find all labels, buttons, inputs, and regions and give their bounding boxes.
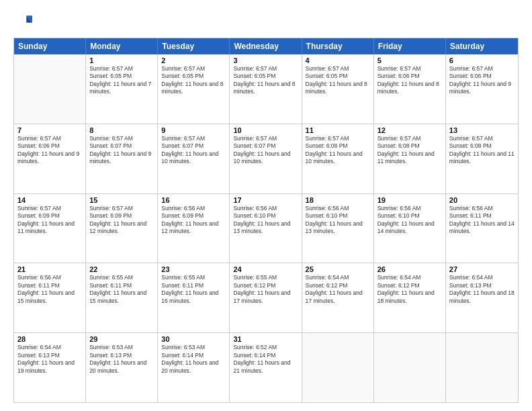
header-day-saturday: Saturday	[446, 38, 518, 54]
calendar-cell: 4Sunrise: 6:57 AM Sunset: 6:05 PM Daylig…	[302, 54, 374, 124]
day-number: 30	[161, 335, 226, 343]
calendar-cell: 14Sunrise: 6:57 AM Sunset: 6:09 PM Dayli…	[14, 194, 86, 263]
day-number: 31	[233, 335, 298, 343]
day-number: 3	[233, 56, 298, 64]
calendar-cell: 24Sunrise: 6:55 AM Sunset: 6:12 PM Dayli…	[230, 263, 302, 332]
day-number: 14	[17, 196, 82, 204]
cell-info: Sunrise: 6:56 AM Sunset: 6:10 PM Dayligh…	[233, 205, 298, 236]
calendar-cell: 27Sunrise: 6:54 AM Sunset: 6:13 PM Dayli…	[446, 263, 518, 332]
calendar-cell: 25Sunrise: 6:54 AM Sunset: 6:12 PM Dayli…	[302, 263, 374, 332]
cell-info: Sunrise: 6:57 AM Sunset: 6:06 PM Dayligh…	[378, 65, 442, 96]
calendar-cell: 17Sunrise: 6:56 AM Sunset: 6:10 PM Dayli…	[230, 194, 302, 263]
day-number: 19	[378, 196, 442, 204]
cell-info: Sunrise: 6:56 AM Sunset: 6:11 PM Dayligh…	[449, 205, 515, 236]
calendar-week-2: 7Sunrise: 6:57 AM Sunset: 6:06 PM Daylig…	[14, 124, 518, 193]
calendar-cell: 3Sunrise: 6:57 AM Sunset: 6:05 PM Daylig…	[230, 54, 302, 124]
day-number: 24	[233, 265, 298, 273]
calendar-cell: 11Sunrise: 6:57 AM Sunset: 6:08 PM Dayli…	[302, 124, 374, 193]
day-number: 22	[89, 265, 154, 273]
cell-info: Sunrise: 6:57 AM Sunset: 6:06 PM Dayligh…	[17, 135, 82, 166]
day-number: 10	[233, 126, 298, 134]
cell-info: Sunrise: 6:57 AM Sunset: 6:05 PM Dayligh…	[89, 65, 154, 96]
header-day-sunday: Sunday	[14, 38, 86, 54]
calendar-cell: 21Sunrise: 6:56 AM Sunset: 6:11 PM Dayli…	[14, 263, 86, 332]
cell-info: Sunrise: 6:56 AM Sunset: 6:10 PM Dayligh…	[378, 205, 442, 236]
logo	[13, 12, 34, 31]
header-day-friday: Friday	[374, 38, 446, 54]
day-number: 29	[89, 335, 154, 343]
day-number: 1	[89, 56, 154, 64]
day-number: 18	[306, 196, 370, 204]
calendar-cell: 29Sunrise: 6:53 AM Sunset: 6:13 PM Dayli…	[86, 333, 158, 402]
cell-info: Sunrise: 6:57 AM Sunset: 6:08 PM Dayligh…	[449, 135, 515, 166]
cell-info: Sunrise: 6:55 AM Sunset: 6:12 PM Dayligh…	[233, 274, 298, 305]
cell-info: Sunrise: 6:56 AM Sunset: 6:09 PM Dayligh…	[161, 205, 226, 236]
day-number: 12	[378, 126, 442, 134]
day-number: 13	[449, 126, 515, 134]
header	[13, 12, 519, 31]
calendar-cell: 31Sunrise: 6:52 AM Sunset: 6:14 PM Dayli…	[230, 333, 302, 402]
cell-info: Sunrise: 6:57 AM Sunset: 6:09 PM Dayligh…	[17, 205, 82, 236]
calendar-cell: 20Sunrise: 6:56 AM Sunset: 6:11 PM Dayli…	[446, 194, 518, 263]
day-number: 8	[89, 126, 154, 134]
cell-info: Sunrise: 6:57 AM Sunset: 6:06 PM Dayligh…	[449, 65, 515, 96]
calendar-week-5: 28Sunrise: 6:54 AM Sunset: 6:13 PM Dayli…	[14, 332, 518, 402]
calendar-cell: 26Sunrise: 6:54 AM Sunset: 6:12 PM Dayli…	[374, 263, 446, 332]
cell-info: Sunrise: 6:57 AM Sunset: 6:05 PM Dayligh…	[161, 65, 226, 96]
cell-info: Sunrise: 6:54 AM Sunset: 6:13 PM Dayligh…	[17, 344, 82, 375]
cell-info: Sunrise: 6:56 AM Sunset: 6:10 PM Dayligh…	[306, 205, 370, 236]
calendar-cell: 12Sunrise: 6:57 AM Sunset: 6:08 PM Dayli…	[374, 124, 446, 193]
calendar-cell: 9Sunrise: 6:57 AM Sunset: 6:07 PM Daylig…	[158, 124, 230, 193]
day-number: 11	[306, 126, 370, 134]
cell-info: Sunrise: 6:57 AM Sunset: 6:05 PM Dayligh…	[306, 65, 370, 96]
calendar-cell: 2Sunrise: 6:57 AM Sunset: 6:05 PM Daylig…	[158, 54, 230, 124]
day-number: 6	[449, 56, 515, 64]
day-number: 7	[17, 126, 82, 134]
calendar-cell: 6Sunrise: 6:57 AM Sunset: 6:06 PM Daylig…	[446, 54, 518, 124]
cell-info: Sunrise: 6:53 AM Sunset: 6:13 PM Dayligh…	[89, 344, 154, 375]
day-number: 2	[161, 56, 226, 64]
calendar-cell	[14, 54, 86, 124]
calendar-cell: 7Sunrise: 6:57 AM Sunset: 6:06 PM Daylig…	[14, 124, 86, 193]
calendar-cell: 15Sunrise: 6:57 AM Sunset: 6:09 PM Dayli…	[86, 194, 158, 263]
cell-info: Sunrise: 6:57 AM Sunset: 6:09 PM Dayligh…	[89, 205, 154, 236]
calendar-week-4: 21Sunrise: 6:56 AM Sunset: 6:11 PM Dayli…	[14, 263, 518, 332]
calendar-cell: 8Sunrise: 6:57 AM Sunset: 6:07 PM Daylig…	[86, 124, 158, 193]
day-number: 9	[161, 126, 226, 134]
calendar-cell	[374, 333, 446, 402]
calendar-cell: 22Sunrise: 6:55 AM Sunset: 6:11 PM Dayli…	[86, 263, 158, 332]
header-day-wednesday: Wednesday	[230, 38, 302, 54]
day-number: 4	[306, 56, 370, 64]
cell-info: Sunrise: 6:57 AM Sunset: 6:07 PM Dayligh…	[161, 135, 226, 166]
cell-info: Sunrise: 6:54 AM Sunset: 6:13 PM Dayligh…	[449, 274, 515, 305]
day-number: 28	[17, 335, 82, 343]
cell-info: Sunrise: 6:57 AM Sunset: 6:08 PM Dayligh…	[378, 135, 442, 166]
calendar-header: SundayMondayTuesdayWednesdayThursdayFrid…	[14, 38, 518, 54]
header-day-thursday: Thursday	[302, 38, 374, 54]
day-number: 27	[449, 265, 515, 273]
page: SundayMondayTuesdayWednesdayThursdayFrid…	[0, 0, 532, 411]
cell-info: Sunrise: 6:54 AM Sunset: 6:12 PM Dayligh…	[306, 274, 370, 305]
cell-info: Sunrise: 6:52 AM Sunset: 6:14 PM Dayligh…	[233, 344, 298, 375]
calendar-week-1: 1Sunrise: 6:57 AM Sunset: 6:05 PM Daylig…	[14, 54, 518, 124]
calendar-cell: 30Sunrise: 6:53 AM Sunset: 6:14 PM Dayli…	[158, 333, 230, 402]
calendar-cell: 23Sunrise: 6:55 AM Sunset: 6:11 PM Dayli…	[158, 263, 230, 332]
calendar-cell: 1Sunrise: 6:57 AM Sunset: 6:05 PM Daylig…	[86, 54, 158, 124]
calendar-cell: 28Sunrise: 6:54 AM Sunset: 6:13 PM Dayli…	[14, 333, 86, 402]
calendar-cell: 10Sunrise: 6:57 AM Sunset: 6:07 PM Dayli…	[230, 124, 302, 193]
cell-info: Sunrise: 6:55 AM Sunset: 6:11 PM Dayligh…	[89, 274, 154, 305]
calendar-cell: 13Sunrise: 6:57 AM Sunset: 6:08 PM Dayli…	[446, 124, 518, 193]
cell-info: Sunrise: 6:53 AM Sunset: 6:14 PM Dayligh…	[161, 344, 226, 375]
header-day-tuesday: Tuesday	[158, 38, 230, 54]
day-number: 21	[17, 265, 82, 273]
calendar: SundayMondayTuesdayWednesdayThursdayFrid…	[13, 38, 519, 403]
calendar-cell: 5Sunrise: 6:57 AM Sunset: 6:06 PM Daylig…	[374, 54, 446, 124]
logo-icon	[13, 12, 32, 31]
day-number: 23	[161, 265, 226, 273]
day-number: 20	[449, 196, 515, 204]
cell-info: Sunrise: 6:56 AM Sunset: 6:11 PM Dayligh…	[17, 274, 82, 305]
calendar-cell: 19Sunrise: 6:56 AM Sunset: 6:10 PM Dayli…	[374, 194, 446, 263]
day-number: 17	[233, 196, 298, 204]
cell-info: Sunrise: 6:54 AM Sunset: 6:12 PM Dayligh…	[378, 274, 442, 305]
cell-info: Sunrise: 6:57 AM Sunset: 6:07 PM Dayligh…	[89, 135, 154, 166]
